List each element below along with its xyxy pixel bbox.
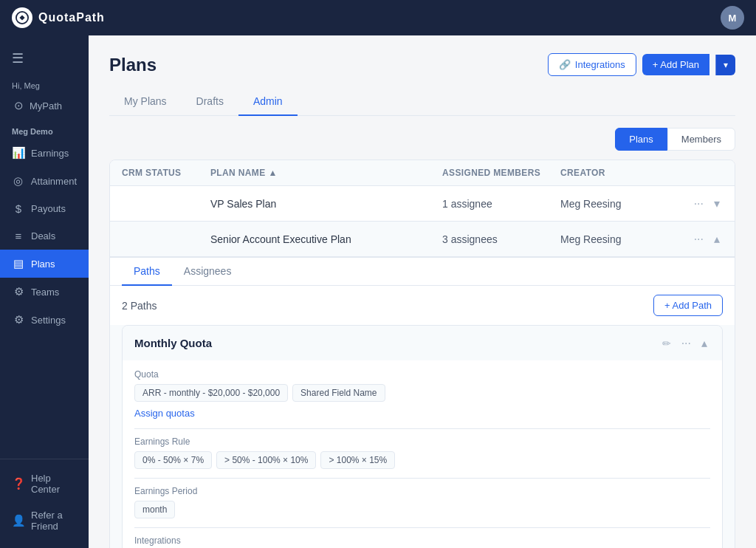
members-toggle[interactable]: Members [667, 128, 735, 151]
logo-icon [12, 7, 32, 28]
quota-label: Quota [134, 369, 710, 380]
col-header-creator: Creator [560, 168, 678, 178]
settings-icon: ⚙ [12, 313, 25, 326]
plans-icon: ▤ [12, 257, 25, 270]
integrations-button[interactable]: 🔗 Integrations [548, 53, 636, 76]
path-edit-button[interactable]: ✏ [659, 336, 674, 351]
paths-header: 2 Paths + Add Path [110, 286, 735, 325]
path-more-button[interactable]: ··· [678, 335, 694, 352]
hamburger-menu[interactable]: ☰ [0, 44, 89, 72]
sidebar-help-label: Help Center [31, 473, 77, 495]
sidebar-item-help[interactable]: ❓ Help Center [0, 465, 89, 502]
sidebar-item-settings[interactable]: ⚙ Settings [0, 306, 89, 334]
quota-section: Quota ARR - monthly - $20,000 - $20,000 … [134, 369, 710, 419]
attainment-icon: ◎ [12, 174, 25, 188]
sidebar-earnings-label: Earnings [31, 148, 69, 159]
row-more-button[interactable]: ··· [691, 231, 707, 247]
assign-quotas-link[interactable]: Assign quotas [134, 408, 195, 419]
earnings-tag-2: > 50% - 100% × 10% [216, 451, 316, 469]
teams-icon: ⚙ [12, 285, 25, 298]
add-plan-dropdown[interactable]: ▾ [715, 55, 735, 75]
quota-tag-arr: ARR - monthly - $20,000 - $20,000 [134, 384, 288, 402]
sidebar-item-attainment[interactable]: ◎ Attainment [0, 167, 89, 195]
payouts-icon: $ [12, 202, 25, 215]
sidebar-teams-label: Teams [31, 287, 59, 298]
plan-assignees: 3 assignees [442, 233, 560, 245]
add-path-button[interactable]: + Add Path [653, 295, 723, 316]
row-more-button[interactable]: ··· [691, 196, 707, 212]
sidebar-item-plans[interactable]: ▤ Plans [0, 250, 89, 278]
sidebar-item-earnings[interactable]: 📊 Earnings [0, 139, 89, 167]
earnings-icon: 📊 [12, 146, 25, 160]
integrations-label: Integrations [134, 535, 710, 546]
tab-admin[interactable]: Admin [238, 88, 298, 116]
path-card-header: Monthly Quota ✏ ··· ▴ [123, 326, 722, 360]
sidebar-item-teams[interactable]: ⚙ Teams [0, 278, 89, 306]
add-plan-button[interactable]: + Add Plan [642, 54, 709, 75]
view-toggle: Plans Members [109, 128, 735, 151]
earnings-period-tags: month [134, 501, 710, 518]
sidebar-deals-label: Deals [31, 230, 55, 242]
earnings-tag-1: 0% - 50% × 7% [134, 451, 212, 469]
row-collapse-button[interactable]: ▴ [711, 230, 723, 247]
earnings-period-section: Earnings Period month [134, 486, 710, 518]
table-row: VP Sales Plan 1 assignee Meg Reesing ···… [110, 186, 735, 222]
expanded-plan-section: Paths Assignees 2 Paths + Add Path Month… [110, 257, 735, 548]
path-collapse-button[interactable]: ▴ [698, 335, 710, 352]
page-header: Plans 🔗 Integrations + Add Plan ▾ [109, 53, 735, 76]
sort-icon[interactable]: ▲ [269, 168, 278, 178]
sidebar: ☰ Hi, Meg ⊙ MyPath Meg Demo 📊 Earnings ◎… [0, 35, 89, 548]
plan-assignees: 1 assignee [442, 198, 560, 210]
tab-my-plans[interactable]: My Plans [109, 88, 182, 116]
sidebar-item-mypath[interactable]: ⊙ MyPath [0, 93, 89, 118]
sub-tab-paths[interactable]: Paths [122, 258, 172, 286]
earnings-rule-label: Earnings Rule [134, 436, 710, 447]
paths-count: 2 Paths [122, 300, 157, 312]
earnings-rule-tags: 0% - 50% × 7% > 50% - 100% × 10% > 100% … [134, 451, 710, 469]
quota-tags: ARR - monthly - $20,000 - $20,000 Shared… [134, 384, 710, 402]
path-card-monthly-quota: Monthly Quota ✏ ··· ▴ Quota ARR - month [122, 325, 723, 548]
plan-name: VP Sales Plan [210, 198, 442, 210]
page-title: Plans [109, 55, 157, 75]
sidebar-greeting: Hi, Meg [0, 72, 89, 93]
sidebar-payouts-label: Payouts [31, 203, 66, 214]
earnings-period-value: month [134, 501, 175, 518]
col-header-crm: CRM status [122, 168, 210, 178]
main-content: Plans 🔗 Integrations + Add Plan ▾ My Pla… [89, 35, 756, 548]
table-header: CRM status Plan name ▲ Assigned members … [110, 160, 735, 186]
sidebar-bottom: ❓ Help Center 👤 Refer a Friend [0, 459, 89, 539]
path-actions: ✏ ··· ▴ [659, 335, 710, 352]
sub-tabs: Paths Assignees [110, 258, 735, 286]
page-tabs: My Plans Drafts Admin [109, 88, 735, 116]
path-name: Monthly Quota [134, 337, 212, 349]
plan-creator: Meg Reesing [560, 233, 678, 245]
sidebar-item-refer[interactable]: 👤 Refer a Friend [0, 502, 89, 539]
row-actions: ··· ▾ [678, 195, 723, 212]
path-body: Quota ARR - monthly - $20,000 - $20,000 … [123, 360, 722, 548]
earnings-period-label: Earnings Period [134, 486, 710, 496]
sub-tab-assignees[interactable]: Assignees [172, 258, 244, 286]
sidebar-item-deals[interactable]: ≡ Deals [0, 222, 89, 250]
logo-text: QuotaPath [38, 11, 105, 24]
sidebar-plans-label: Plans [31, 258, 55, 270]
tab-drafts[interactable]: Drafts [182, 88, 238, 116]
mypath-icon: ⊙ [12, 99, 25, 112]
row-actions: ··· ▴ [678, 230, 723, 247]
earnings-rule-section: Earnings Rule 0% - 50% × 7% > 50% - 100%… [134, 436, 710, 469]
sidebar-section: Meg Demo [0, 118, 89, 139]
integrations-section: Integrations SF Salesforce® ↻ ✏ 🗑 [134, 535, 710, 548]
table-row: Senior Account Executive Plan 3 assignee… [110, 222, 735, 257]
sidebar-mypath-label: MyPath [30, 100, 62, 112]
avatar[interactable]: M [721, 6, 744, 30]
col-header-plan: Plan name ▲ [210, 168, 442, 178]
plans-toggle[interactable]: Plans [615, 128, 667, 151]
logo[interactable]: QuotaPath [12, 7, 105, 28]
refer-icon: 👤 [12, 514, 25, 527]
sidebar-attainment-label: Attainment [31, 176, 77, 187]
top-nav: QuotaPath M [0, 0, 756, 35]
row-expand-button[interactable]: ▾ [711, 195, 723, 212]
sidebar-item-payouts[interactable]: $ Payouts [0, 195, 89, 222]
col-header-assignees: Assigned members [442, 168, 560, 178]
earnings-tag-3: > 100% × 15% [320, 451, 395, 469]
plan-name: Senior Account Executive Plan [210, 233, 442, 245]
